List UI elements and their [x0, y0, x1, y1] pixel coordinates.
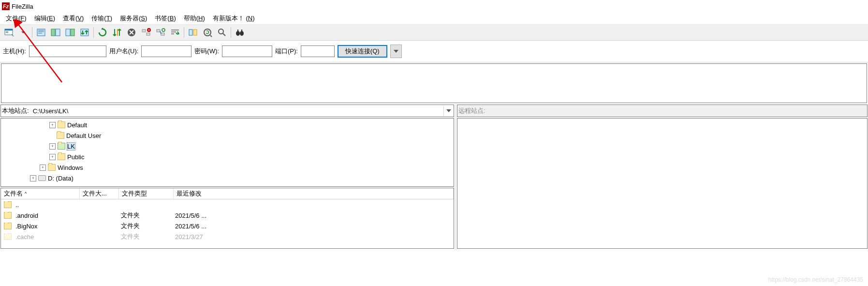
toggle-remote-tree-icon[interactable] — [63, 26, 77, 39]
svg-rect-9 — [56, 29, 60, 36]
toggle-queue-icon[interactable] — [78, 26, 91, 39]
folder-icon — [4, 223, 12, 229]
expander-icon[interactable]: + — [40, 165, 46, 171]
host-input[interactable] — [29, 45, 106, 57]
file-list-header: 文件名^ 文件大... 文件类型 最近修改 — [1, 188, 454, 199]
tree-node[interactable]: +Default — [1, 120, 454, 130]
toolbar-separator — [32, 27, 32, 38]
remote-pane: 远程站点: — [456, 104, 868, 249]
svg-rect-15 — [147, 33, 150, 35]
file-name: .. — [15, 201, 19, 209]
menu-bookmarks[interactable]: 书签(B) — [151, 13, 179, 24]
tree-node[interactable]: Default User — [1, 130, 454, 141]
menu-new-version[interactable]: 有新版本！ (N) — [209, 13, 259, 24]
svg-point-26 — [219, 29, 223, 34]
svg-rect-21 — [171, 31, 176, 32]
local-path-input[interactable] — [31, 106, 443, 116]
folder-icon — [57, 132, 64, 139]
toggle-log-icon[interactable] — [34, 26, 48, 39]
expander-icon[interactable]: + — [49, 154, 56, 160]
host-label: 主机(H): — [3, 47, 26, 56]
file-row[interactable]: .BigNox文件夹2021/5/6 ... — [1, 221, 454, 231]
file-row[interactable]: .cache文件夹2021/3/27 — [1, 231, 454, 242]
main-split: 本地站点: +DefaultDefault User+LK+Public+Win… — [0, 104, 868, 249]
menu-file[interactable]: 文件(F) — [2, 13, 30, 24]
toolbar-separator — [93, 27, 94, 38]
binoculars-icon[interactable] — [233, 26, 247, 39]
quickconnect-bar: 主机(H): 用户名(U): 密码(W): 端口(P): 快速连接(Q) — [0, 41, 868, 62]
col-modified[interactable]: 最近修改 — [174, 188, 454, 199]
port-label: 端口(P): — [275, 47, 298, 56]
cancel-icon[interactable] — [125, 26, 138, 39]
tree-node[interactable]: +LK — [1, 141, 454, 151]
refresh-icon[interactable] — [96, 26, 109, 39]
user-folder-icon — [58, 143, 65, 150]
svg-rect-10 — [66, 29, 70, 36]
tree-label: Default User — [66, 132, 101, 139]
remote-tree[interactable] — [457, 118, 868, 249]
site-manager-icon[interactable] — [2, 26, 15, 39]
username-input[interactable] — [141, 45, 191, 57]
compare-icon[interactable] — [186, 26, 200, 39]
local-file-list[interactable]: 文件名^ 文件大... 文件类型 最近修改 ...android文件夹2021/… — [0, 188, 454, 249]
col-filename[interactable]: 文件名^ — [1, 188, 80, 199]
tree-node[interactable]: +Windows — [1, 162, 454, 173]
expander-icon[interactable]: + — [49, 143, 56, 150]
local-site-bar: 本地站点: — [0, 105, 454, 117]
svg-rect-29 — [237, 30, 238, 32]
svg-rect-20 — [171, 30, 179, 30]
port-input[interactable] — [301, 45, 335, 57]
drive-icon — [38, 175, 46, 181]
svg-rect-23 — [189, 30, 192, 35]
col-filesize[interactable]: 文件大... — [80, 188, 119, 199]
local-tree[interactable]: +DefaultDefault User+LK+Public+Windows+D… — [0, 118, 454, 187]
remote-site-bar: 远程站点: — [457, 105, 868, 117]
message-log[interactable] — [1, 63, 867, 103]
svg-rect-17 — [157, 30, 160, 32]
local-path-dropdown[interactable] — [443, 106, 454, 116]
expander-icon[interactable]: + — [30, 175, 36, 181]
col-filetype[interactable]: 文件类型 — [119, 188, 174, 199]
sync-browse-icon[interactable] — [201, 26, 214, 39]
toolbar-separator — [184, 27, 184, 38]
menu-server[interactable]: 服务器(S) — [116, 13, 151, 24]
site-manager-dropdown-icon[interactable] — [16, 26, 30, 39]
file-type: 文件夹 — [118, 222, 172, 230]
tree-node[interactable]: +Public — [1, 151, 454, 162]
expander-icon[interactable]: + — [49, 122, 56, 128]
search-icon[interactable] — [215, 26, 229, 39]
menu-edit[interactable]: 编辑(E) — [30, 13, 59, 24]
file-row[interactable]: .android文件夹2021/5/6 ... — [1, 210, 454, 221]
process-queue-icon[interactable] — [110, 26, 124, 39]
folder-icon — [48, 164, 56, 171]
svg-rect-7 — [38, 33, 42, 33]
local-pane: 本地站点: +DefaultDefault User+LK+Public+Win… — [0, 104, 456, 249]
file-row[interactable]: .. — [1, 199, 454, 210]
file-type: 文件夹 — [118, 211, 172, 220]
disconnect-icon[interactable] — [139, 26, 153, 39]
reconnect-icon[interactable] — [154, 26, 167, 39]
folder-icon — [58, 121, 65, 128]
menu-help[interactable]: 帮助(H) — [180, 13, 209, 24]
watermark: https://blog.csdn.net/sinat_27864435 — [768, 276, 863, 283]
toggle-local-tree-icon[interactable] — [49, 26, 62, 39]
tree-label: Windows — [58, 164, 83, 171]
quickconnect-dropdown[interactable] — [390, 45, 402, 58]
svg-rect-1 — [5, 29, 13, 30]
menubar: 文件(F) 编辑(E) 查看(V) 传输(T) 服务器(S) 书签(B) 帮助(… — [0, 13, 868, 25]
menu-transfer[interactable]: 传输(T) — [88, 13, 116, 24]
svg-point-19 — [162, 29, 165, 31]
remote-site-label: 远程站点: — [457, 106, 487, 115]
svg-rect-2 — [6, 31, 8, 32]
filter-icon[interactable] — [168, 26, 182, 39]
tree-label: LK — [67, 143, 75, 150]
file-modified: 2021/5/6 ... — [172, 223, 454, 230]
tree-node[interactable]: +D: (Data) — [1, 173, 454, 183]
file-type: 文件夹 — [118, 232, 172, 241]
svg-rect-22 — [171, 33, 174, 34]
svg-rect-6 — [38, 31, 44, 32]
menu-view[interactable]: 查看(V) — [59, 13, 88, 24]
quickconnect-button[interactable]: 快速连接(Q) — [338, 45, 387, 58]
folder-icon — [4, 201, 12, 208]
password-input[interactable] — [222, 45, 272, 57]
